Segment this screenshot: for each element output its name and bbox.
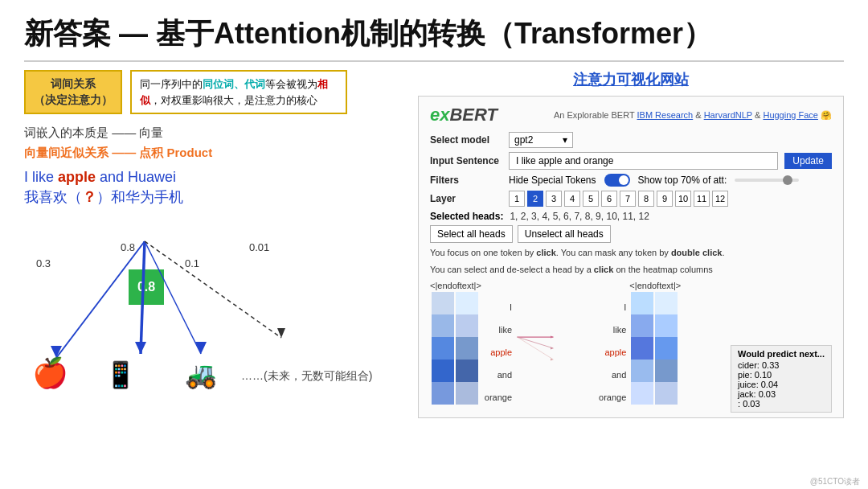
svg-rect-17 xyxy=(456,382,478,405)
huggingface-link[interactable]: Hugging Face xyxy=(763,110,818,120)
svg-rect-29 xyxy=(655,292,678,314)
svg-rect-28 xyxy=(631,382,653,405)
tablet-icon: 📱 xyxy=(104,360,137,390)
ibm-link[interactable]: IBM Research xyxy=(637,110,694,120)
main-container: 新答案 — 基于Attention机制的转换（Transformer） 词间关系… xyxy=(0,0,868,489)
sentence-english: I like apple and Huawei xyxy=(24,169,402,186)
left-panel: 词间关系 （决定注意力） 同一序列中的同位词、代词等会被视为相似，对权重影响很大… xyxy=(24,70,402,418)
tooltip-box: Would predict next... cider: 0.33 pie: 0… xyxy=(731,345,832,413)
layer-btn-11[interactable]: 11 xyxy=(694,191,710,207)
svg-rect-11 xyxy=(432,360,454,382)
tokens-right: I like apple and orange xyxy=(596,297,629,409)
watermark: @51CTO读者 xyxy=(810,476,860,487)
token-orange: orange xyxy=(485,392,512,403)
unselect-all-heads-button[interactable]: Unselect all heads xyxy=(518,225,611,243)
svg-rect-13 xyxy=(456,292,478,314)
layer-btn-5[interactable]: 5 xyxy=(583,191,599,207)
svg-marker-7 xyxy=(277,328,285,338)
token-right-apple: apple xyxy=(599,347,626,358)
svg-line-0 xyxy=(56,241,145,358)
svg-rect-31 xyxy=(655,337,678,360)
product-text: 向量间近似关系 —— 点积 Product xyxy=(24,146,402,161)
layer-buttons: 1 2 3 4 5 6 7 8 9 10 11 12 xyxy=(509,191,728,207)
filter-controls: Hide Special Tokens Show top 70% of att: xyxy=(509,174,799,187)
col-header-left: <|endoftext|> xyxy=(430,281,481,290)
svg-rect-25 xyxy=(631,314,653,337)
head-buttons-row: Select all heads Unselect all heads xyxy=(430,225,832,243)
svg-line-19 xyxy=(518,337,554,348)
layer-btn-9[interactable]: 9 xyxy=(657,191,673,207)
word-relation-box: 词间关系 （决定注意力） 同一序列中的同位词、代词等会被视为相似，对权重影响很大… xyxy=(24,70,402,114)
svg-rect-27 xyxy=(631,360,653,382)
select-all-heads-button[interactable]: Select all heads xyxy=(430,225,513,243)
layer-btn-8[interactable]: 8 xyxy=(638,191,654,207)
svg-rect-8 xyxy=(432,292,454,314)
token-right-like: like xyxy=(599,325,626,335)
token-right-orange: orange xyxy=(599,392,626,403)
layer-label: Layer xyxy=(430,193,502,204)
svg-rect-32 xyxy=(655,360,678,382)
col-header-right: <|endoftext|> xyxy=(629,281,681,290)
sentence-label: Input Sentence xyxy=(430,155,502,166)
page-title: 新答案 — 基于Attention机制的转换（Transformer） xyxy=(24,14,844,62)
sentence-input[interactable]: I like apple and orange xyxy=(509,152,778,170)
layer-btn-4[interactable]: 4 xyxy=(564,191,580,207)
attention-slider[interactable] xyxy=(735,179,799,182)
tractor-icon: 🚜 xyxy=(185,360,217,390)
instruction-click: You focus on one token by click. You can… xyxy=(430,246,832,260)
filters-label: Filters xyxy=(430,175,502,186)
token-apple: apple xyxy=(485,347,512,358)
attention-site-title[interactable]: 注意力可视化网站 xyxy=(418,70,844,89)
diagram-area: 0.3 0.8 0.1 0.01 0.8 xyxy=(24,213,402,398)
model-select[interactable]: gpt2 ▾ xyxy=(509,132,573,148)
svg-line-1 xyxy=(141,241,145,354)
content-row: 词间关系 （决定注意力） 同一序列中的同位词、代词等会被视为相似，对权重影响很大… xyxy=(24,70,844,418)
layer-btn-6[interactable]: 6 xyxy=(601,191,617,207)
hide-special-tokens-toggle[interactable] xyxy=(604,174,630,187)
model-label: Select model xyxy=(430,134,502,146)
svg-rect-12 xyxy=(432,382,454,405)
bert-card-header: exBERT An Explorable BERT IBM Research &… xyxy=(430,105,832,125)
tooltip-item-jack: jack: 0.03 xyxy=(738,389,825,399)
svg-rect-16 xyxy=(456,360,478,382)
layer-btn-3[interactable]: 3 xyxy=(546,191,562,207)
instruction-head: You can select and de-select a head by a… xyxy=(430,263,832,277)
hide-special-tokens-label: Hide Special Tokens xyxy=(509,175,596,186)
apple-icon: 🍎 xyxy=(32,356,68,390)
svg-rect-9 xyxy=(432,314,454,337)
svg-marker-21 xyxy=(551,336,554,339)
layer-btn-2[interactable]: 2 xyxy=(527,191,543,207)
show-top-label: Show top 70% of att: xyxy=(638,175,727,186)
token-like: like xyxy=(485,325,512,335)
layer-row: Layer 1 2 3 4 5 6 7 8 9 10 11 12 xyxy=(430,191,832,207)
layer-btn-1[interactable]: 1 xyxy=(509,191,525,207)
update-button[interactable]: Update xyxy=(784,153,832,169)
svg-line-20 xyxy=(518,337,554,360)
tooltip-item-colon: : 0.03 xyxy=(738,399,825,409)
svg-line-2 xyxy=(145,241,201,354)
model-row: Select model gpt2 ▾ xyxy=(430,132,832,148)
layer-btn-10[interactable]: 10 xyxy=(675,191,691,207)
attention-visualization: <|endoftext|> xyxy=(430,281,832,409)
tokens-left: I like apple and orange xyxy=(481,297,515,409)
token-i: I xyxy=(485,302,512,313)
sentence-block: I like apple and Huawei 我喜欢（？）和华为手机 xyxy=(24,169,402,207)
svg-rect-33 xyxy=(655,382,678,405)
bert-tagline: An Explorable BERT IBM Research & Harvar… xyxy=(554,110,832,121)
heatmap-left-svg xyxy=(432,292,480,405)
relation-desc: 同一序列中的同位词、代词等会被视为相似，对权重影响很大，是注意力的核心 xyxy=(130,70,347,114)
word-relation-label: 词间关系 （决定注意力） xyxy=(24,70,122,114)
layer-btn-7[interactable]: 7 xyxy=(620,191,636,207)
token-right-and: and xyxy=(599,370,626,380)
svg-marker-22 xyxy=(551,347,554,350)
chevron-down-icon: ▾ xyxy=(563,134,567,146)
tooltip-item-cider: cider: 0.33 xyxy=(738,360,825,370)
ellipsis-text: ……(未来，无数可能组合) xyxy=(241,369,372,384)
layer-btn-12[interactable]: 12 xyxy=(712,191,728,207)
tooltip-item-juice: juice: 0.04 xyxy=(738,380,825,389)
token-right-i: I xyxy=(599,302,626,313)
harvardnlp-link[interactable]: HarvardNLP xyxy=(704,110,752,120)
bert-logo: exBERT xyxy=(430,105,497,125)
embedding-text: 词嵌入的本质是 —— 向量 xyxy=(24,125,402,141)
attention-arrows-svg xyxy=(515,281,596,393)
